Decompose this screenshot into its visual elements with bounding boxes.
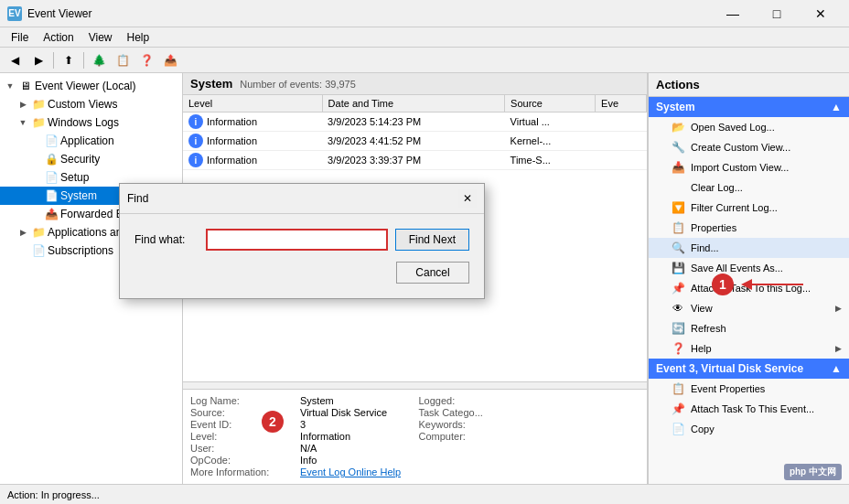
dialog-overlay: Find ✕ Find what: Find Next Cancel 2: [0, 0, 849, 504]
dialog-body: Find what: Find Next Cancel 2: [120, 214, 484, 298]
dialog-title: Find: [127, 192, 148, 205]
find-next-button[interactable]: Find Next: [395, 229, 469, 251]
annotation-circle-2: 2: [262, 411, 284, 433]
find-row: Find what: Find Next: [134, 229, 469, 251]
dialog-title-bar: Find ✕: [120, 184, 484, 214]
number-2-badge: 2: [262, 411, 284, 433]
cancel-button[interactable]: Cancel: [396, 262, 469, 284]
find-dialog: Find ✕ Find what: Find Next Cancel 2: [119, 183, 485, 299]
find-what-label: Find what:: [134, 233, 199, 246]
dialog-buttons: Cancel: [134, 262, 469, 284]
find-what-input[interactable]: [206, 229, 388, 251]
dialog-close-button[interactable]: ✕: [458, 189, 477, 208]
